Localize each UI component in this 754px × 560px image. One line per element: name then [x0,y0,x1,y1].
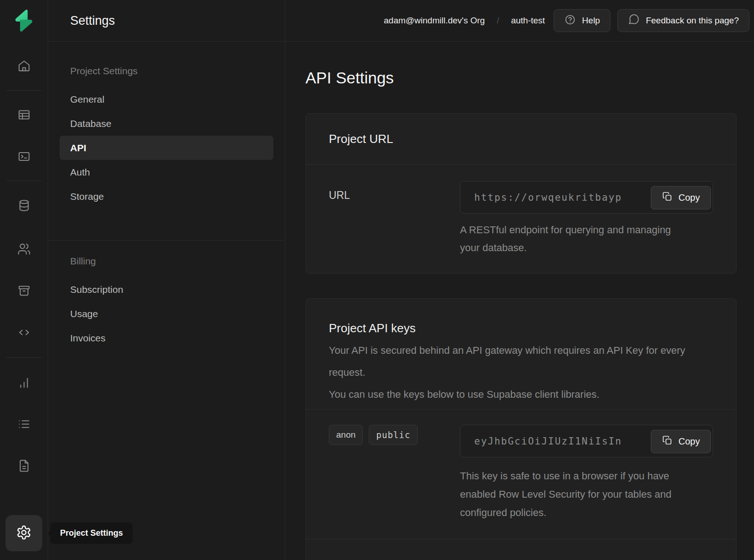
help-button-label: Help [582,16,600,26]
project-api-keys-card: Project API keys Your API is secured beh… [305,298,737,560]
nav-section-billing: Billing [60,249,273,273]
key-badges: anon public [329,425,460,522]
api-keys-intro-line1: Your API is secured behind an API gatewa… [329,340,693,384]
main-area: adam@windmill.dev's Org / auth-test Help… [285,0,754,560]
copy-url-button[interactable]: Copy [651,186,711,209]
project-api-keys-title: Project API keys [329,320,713,336]
settings-gear-icon [16,525,32,542]
sidebar-item-sql-editor[interactable] [11,146,37,168]
logs-icon [17,417,31,432]
project-settings-tooltip: Project Settings [50,522,133,544]
nav-section-project-settings: Project Settings [60,59,273,83]
copy-icon [662,435,673,448]
copy-anon-key-button[interactable]: Copy [651,430,711,453]
app-window: Project Settings Settings Project Settin… [0,0,754,560]
sidebar-item-project-settings[interactable] [6,515,42,551]
sidebar-item-database[interactable]: Database [60,111,273,136]
sidebar-item-api[interactable]: API [60,136,273,160]
sidebar-item-general[interactable]: General [60,87,273,111]
public-badge: public [369,425,418,445]
anon-key-description: This key is safe to use in a browser if … [460,467,694,522]
copy-anon-key-label: Copy [678,436,700,447]
help-circle-icon [564,14,576,28]
breadcrumb-separator: / [497,16,499,26]
settings-sidebar: Settings Project Settings General Databa… [48,0,285,560]
docs-icon [17,459,31,474]
feedback-button[interactable]: Feedback on this page? [617,9,749,32]
database-icon [17,199,31,214]
page-title: API Settings [305,67,754,88]
sidebar-item-subscription[interactable]: Subscription [60,277,273,302]
project-url-card-title: Project URL [306,114,736,165]
sidebar-section-divider [48,240,285,241]
icon-sidebar [0,0,48,560]
sidebar-item-reports[interactable] [11,373,37,395]
sidebar-item-docs[interactable] [11,456,37,478]
sidebar-item-invoices[interactable]: Invoices [60,326,273,350]
anon-badge: anon [329,425,363,445]
settings-sidebar-title: Settings [48,0,285,42]
breadcrumb-project[interactable]: auth-test [511,16,545,26]
sidebar-divider [6,90,42,91]
project-url-input[interactable]: https://orwqeukritbayp Copy [460,181,713,214]
storage-icon [17,284,31,299]
sidebar-item-usage[interactable]: Usage [60,302,273,326]
help-button[interactable]: Help [554,9,610,32]
table-editor-icon [17,108,31,123]
sidebar-item-database[interactable] [11,195,37,217]
edge-functions-icon [17,326,31,340]
chat-bubble-icon [628,14,640,28]
auth-users-icon [17,242,31,257]
sidebar-item-storage[interactable]: Storage [60,184,273,209]
project-url-value: https://orwqeukritbayp [474,192,622,203]
feedback-button-label: Feedback on this page? [646,16,739,26]
url-field-label: URL [329,181,460,257]
sql-editor-icon [17,150,31,165]
sidebar-item-edge-functions[interactable] [11,322,37,344]
sidebar-divider [6,181,42,181]
copy-url-label: Copy [678,192,700,203]
sidebar-item-table-editor[interactable] [11,104,37,126]
top-bar: adam@windmill.dev's Org / auth-test Help… [285,0,754,42]
sidebar-divider [6,357,42,358]
sidebar-item-storage[interactable] [11,280,37,302]
project-url-card: Project URL URL https://orwqeukritbayp C… [305,113,737,274]
next-key-section-stub [306,539,736,560]
sidebar-item-auth[interactable] [11,239,37,261]
anon-key-value: eyJhbGciOiJIUzI1NiIsIn [474,436,622,447]
settings-nav: Project Settings General Database API Au… [48,42,285,350]
anon-key-input[interactable]: eyJhbGciOiJIUzI1NiIsIn Copy [460,425,713,457]
supabase-bolt-icon[interactable] [11,8,36,33]
home-icon [17,59,31,74]
settings-content: API Settings Project URL URL https://orw… [285,42,754,560]
reports-icon [17,376,31,391]
api-keys-intro-line2: You can use the keys below to use Supaba… [329,384,693,406]
breadcrumb: adam@windmill.dev's Org / auth-test [384,16,545,26]
project-url-description: A RESTful endpoint for querying and mana… [460,221,673,257]
sidebar-item-auth[interactable]: Auth [60,160,273,184]
breadcrumb-org[interactable]: adam@windmill.dev's Org [384,16,485,26]
copy-icon [662,191,673,204]
sidebar-item-logs[interactable] [11,414,37,436]
sidebar-item-home[interactable] [11,55,37,77]
